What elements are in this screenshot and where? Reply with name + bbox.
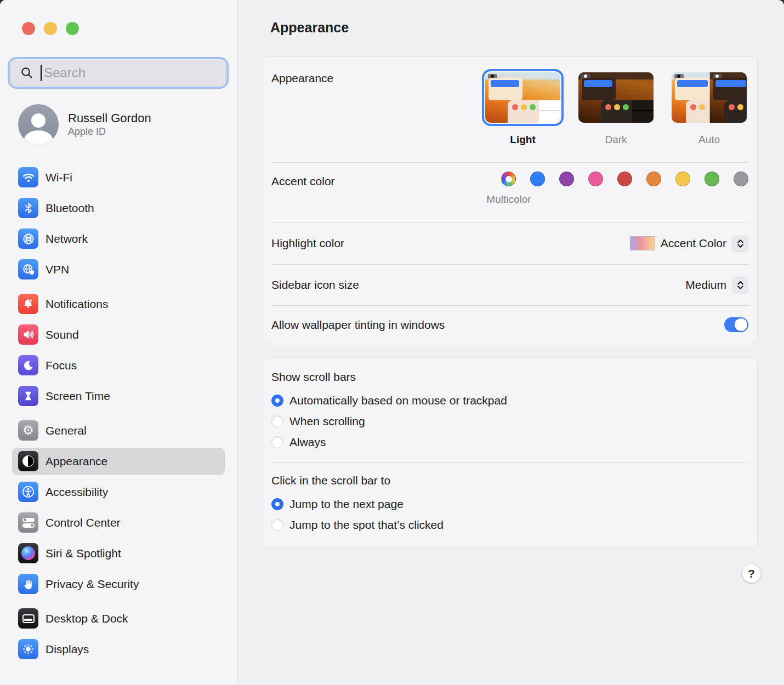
profile-name: Russell Gordon [68,111,151,126]
apple-id-profile[interactable]: Russell Gordon Apple ID [18,104,237,145]
sidebar-item-appearance[interactable]: Appearance [18,451,237,471]
scroll-click-radio-group: Jump to the next page Jump to the spot t… [271,494,748,535]
sidebar-item-screen-time[interactable]: Screen Time [18,386,237,406]
wifi-icon [18,167,38,187]
scroll-bars-radio-group: Automatically based on mouse or trackpad… [271,390,748,453]
sidebar-item-label: Focus [46,359,77,372]
radio-selected-icon [271,395,283,407]
search-field[interactable] [10,60,226,86]
radio-scrollbars-always[interactable]: Always [271,432,748,453]
sidebar-item-vpn[interactable]: VPN [18,259,237,279]
accent-swatch-green[interactable] [705,172,719,186]
sidebar-item-siri-spotlight[interactable]: Siri & Spotlight [18,543,237,563]
scroll-settings-card: Show scroll bars Automatically based on … [262,358,758,548]
sidebar-item-label: Bluetooth [46,202,94,215]
sidebar-item-label: Sound [46,328,79,341]
radio-label: Always [289,436,326,449]
minimize-button[interactable] [44,22,57,35]
appearance-row-label: Appearance [271,57,333,85]
displays-sun-icon [18,639,38,659]
radio-scrollbars-automatic[interactable]: Automatically based on mouse or trackpad [271,390,748,411]
network-icon [18,229,38,249]
radio-icon [271,415,283,427]
accent-swatch-pink[interactable] [588,172,603,186]
sidebar-item-label: Appearance [46,455,107,468]
accent-swatch-yellow[interactable] [675,172,690,186]
sidebar-item-privacy-security[interactable]: Privacy & Security [18,574,237,594]
sidebar-item-label: Siri & Spotlight [46,547,121,560]
sidebar-item-control-center[interactable]: Control Center [18,512,237,533]
sidebar-item-label: Notifications [46,298,108,311]
radio-label: When scrolling [289,415,365,428]
dark-label: Dark [605,134,627,146]
sidebar-icon-size-value: Medium [685,278,726,292]
sidebar-item-label: Control Center [46,516,121,529]
sidebar-item-notifications[interactable]: Notifications [18,294,237,314]
system-settings-window: Russell Gordon Apple ID Wi-Fi Bluetooth [0,0,784,685]
accent-swatch-purple[interactable] [559,172,574,186]
text-caret [41,65,42,81]
accent-swatch-orange[interactable] [646,172,661,186]
sidebar-item-label: Privacy & Security [46,578,139,591]
radio-icon [271,436,283,448]
privacy-hand-icon [18,574,38,594]
radio-label: Automatically based on mouse or trackpad [289,394,507,407]
sidebar-item-general[interactable]: ⚙ General [18,420,237,441]
sidebar-item-focus[interactable]: Focus [18,355,237,375]
sidebar-item-bluetooth[interactable]: Bluetooth [18,198,237,218]
sidebar-item-label: Screen Time [46,390,110,403]
click-scroll-bar-heading: Click in the scroll bar to [271,463,748,487]
desktop-dock-icon [18,608,38,629]
sidebar-item-label: General [46,424,87,437]
highlight-color-stepper[interactable] [732,236,748,252]
radio-jump-to-spot[interactable]: Jump to the spot that’s clicked [271,515,748,535]
appearance-option-auto[interactable] [670,71,748,124]
light-label: Light [510,134,535,146]
avatar [18,104,59,145]
control-center-icon [18,512,38,533]
highlight-color-value: Accent Color [661,237,726,250]
show-scroll-bars-heading: Show scroll bars [271,358,748,384]
focus-moon-icon [18,355,38,375]
window-controls [22,22,79,35]
sidebar-item-accessibility[interactable]: Accessibility [18,482,237,502]
sidebar-item-label: Wi-Fi [46,171,72,184]
sidebar-item-network[interactable]: Network [18,229,237,249]
accent-swatch-blue[interactable] [530,172,545,186]
profile-subtitle: Apple ID [68,126,151,138]
up-down-chevron-icon [736,238,745,249]
auto-label: Auto [698,134,720,146]
close-button[interactable] [22,22,35,35]
appearance-option-dark[interactable] [577,71,655,124]
radio-label: Jump to the spot that’s clicked [289,518,444,532]
notifications-icon [18,294,38,314]
radio-jump-next-page[interactable]: Jump to the next page [271,494,748,515]
general-gear-icon: ⚙ [18,420,38,441]
appearance-pane: Appearance Appearance [238,0,784,685]
appearance-option-light[interactable] [484,71,562,124]
accessibility-icon [18,482,38,502]
light-mode-thumbnail [485,72,560,123]
sidebar-item-label: VPN [46,263,69,276]
sidebar-item-sound[interactable]: Sound [18,324,237,345]
search-input[interactable] [43,65,196,81]
sidebar-icon-size-stepper[interactable] [732,277,748,293]
accent-color-picker [501,172,748,186]
appearance-mode-picker: Light [484,57,748,146]
wallpaper-tinting-toggle[interactable] [724,317,748,332]
sidebar-item-wifi[interactable]: Wi-Fi [18,167,237,187]
accent-swatch-gray[interactable] [734,172,748,186]
vpn-icon [18,259,38,279]
sidebar-item-label: Displays [46,643,89,656]
sidebar-icon-size-label: Sidebar icon size [271,278,359,292]
dark-mode-thumbnail [578,72,654,123]
sidebar-item-desktop-dock[interactable]: Desktop & Dock [18,608,237,629]
help-button[interactable]: ? [742,564,761,583]
accent-swatch-multicolor[interactable] [501,172,516,186]
zoom-button[interactable] [66,22,79,35]
sidebar-nav: Wi-Fi Bluetooth Network [18,167,237,659]
accent-swatch-red[interactable] [617,172,632,186]
sidebar-item-displays[interactable]: Displays [18,639,237,659]
radio-scrollbars-when-scrolling[interactable]: When scrolling [271,411,748,432]
up-down-chevron-icon [736,280,745,290]
